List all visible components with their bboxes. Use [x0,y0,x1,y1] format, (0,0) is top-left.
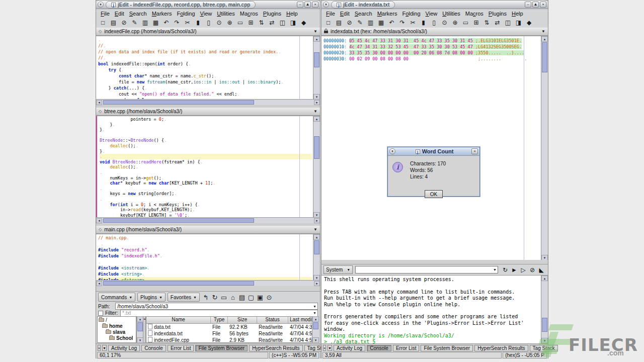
close-buffer-icon[interactable]: ⊘ [120,19,128,27]
table-row[interactable]: indexdata.txtFile56 bytesRead/write4/7/0… [146,330,312,337]
synchronize-icon[interactable]: ▤ [238,293,246,301]
window-menu-icon[interactable]: ▼ [323,2,329,8]
minimize-icon[interactable]: – [297,2,303,8]
buffer-switcher[interactable]: ◇ main.cpp (/home/slava/School/a3/) ▼ [96,226,320,234]
search-icon[interactable]: ⊙ [265,293,273,301]
close-dock-icon[interactable]: × [98,345,101,351]
chevron-down-icon[interactable]: ▼ [541,29,545,34]
print-icon[interactable]: ▥ [141,19,149,27]
menu-file[interactable]: File [324,11,338,17]
scrollbar-thumb[interactable] [103,281,254,286]
split-vertical-icon[interactable]: ⇅ [257,19,266,27]
select-marker-icon[interactable]: ▭ [461,19,470,27]
menu-help[interactable]: Help [509,11,526,17]
scroll-left-icon[interactable]: ◄ [96,218,102,223]
table-row[interactable]: data.txtFile92.2 KBRead/write4/7/04 4:30… [146,324,312,330]
cut-icon[interactable]: ✂ [409,19,417,27]
expand-folds-icon[interactable]: ⊞ [247,19,255,27]
filter-checkbox[interactable] [98,311,103,316]
table-row[interactable]: indexedFile.cppFile2.9 KBRead/write4/7/0… [146,337,312,343]
tree-item-School[interactable]: School [98,335,136,341]
scrollbar-thumb[interactable] [542,318,547,332]
menu-macros[interactable]: Macros [463,11,486,17]
shade-icon[interactable]: ▲ [304,2,311,8]
tree-item-root[interactable]: / [98,317,136,323]
scrollbar-thumb[interactable] [314,136,319,159]
edit-icon[interactable]: ✎ [356,19,364,27]
dock-tab-console[interactable]: Console [141,345,166,351]
copy-icon[interactable]: ▮ [419,19,428,27]
page-setup-icon[interactable]: ▦ [151,19,160,27]
dock-tab-tag-stack[interactable]: Tag Stack [530,345,558,351]
fsb-commands-button[interactable]: Commands▼ [98,293,135,302]
filter-input[interactable]: *.txt▼ [120,310,318,317]
chevron-down-icon[interactable]: ▼ [313,227,317,232]
path-input[interactable]: /home/slava/School/a3▼ [115,303,318,310]
scroll-left-icon[interactable]: ◄ [96,281,102,286]
fsb-favorites-button[interactable]: Favorites▼ [168,293,200,302]
menu-help[interactable]: Help [284,11,300,17]
buffer-options-icon[interactable]: ◨ [289,19,297,27]
open-icon[interactable]: ▤ [335,19,343,27]
copy-icon[interactable]: ▮ [194,19,202,27]
buffer-switcher[interactable]: ◇ btree.cpp (/home/slava/School/a3/) ▼ [96,108,320,116]
title-bar[interactable]: ▼ j jEdit - indexedFile.cpp, record.cpp,… [96,1,320,9]
dock-tab-console[interactable]: Console [367,345,391,351]
table-scrollbar[interactable]: ▲ ▼ [312,316,319,343]
vertical-scrollbar[interactable]: ▲ ▼ [313,116,320,218]
fsb-plugins-button[interactable]: Plugins▼ [137,293,166,302]
local-drives-icon[interactable]: ▭ [220,293,228,301]
menu-edit[interactable]: Edit [112,11,127,17]
paste-icon[interactable]: ▯ [430,19,438,27]
column-header-size[interactable]: Size [228,317,257,323]
scroll-right-icon[interactable]: ► [314,281,320,286]
editor-pane-indexedfile[interactable]: .//.// open data and index file (if it e… [96,36,320,100]
find-icon[interactable]: ⊙ [440,19,449,27]
close-dock-icon[interactable]: × [323,345,326,351]
find-next-icon[interactable]: ⊕ [225,19,234,27]
scrollbar-thumb[interactable] [314,240,319,254]
horizontal-scrollbar[interactable]: ◄ ► [96,99,320,105]
scrollbar-thumb[interactable] [103,218,254,223]
column-header-last-modified[interactable]: Last modified [288,317,312,323]
menu-view[interactable]: View [423,11,440,17]
column-header-name[interactable]: Name [146,317,211,323]
horizontal-scrollbar[interactable]: ◄ ► [96,217,320,223]
run-icon[interactable]: ► [510,266,519,274]
run-to-buffer-icon[interactable]: ▷ [519,266,528,274]
new-view-icon[interactable]: ◫ [278,19,287,27]
split-horizontal-icon[interactable]: ⇄ [493,19,502,27]
dock-tab-file-system-browser[interactable]: File System Browser [195,345,248,351]
print-icon[interactable]: ▥ [366,19,375,27]
fsb-directory-tree[interactable]: /homeslavaSchool [97,316,136,343]
scroll-down-icon[interactable]: ▼ [541,338,548,343]
chevron-down-icon[interactable]: ▼ [313,305,316,308]
clear-icon[interactable]: ◣ [537,266,546,274]
scroll-up-icon[interactable]: ▲ [541,276,548,281]
split-horizontal-icon[interactable]: ⇄ [268,19,276,27]
plugin-manager-icon[interactable]: ◆ [525,19,533,27]
dock-tab-hypersearch-results[interactable]: HyperSearch Results [249,345,302,351]
edit-icon[interactable]: ✎ [130,19,139,27]
buffer-switcher[interactable]: ◇ indexedFile.cpp (/home/slava/School/a3… [96,28,320,36]
menu-folding[interactable]: Folding [399,11,423,17]
chevron-down-icon[interactable]: ▼ [313,109,317,114]
scroll-left-icon[interactable]: ◄ [96,100,102,105]
reload-icon[interactable]: ↻ [211,293,219,301]
new-directory-icon[interactable]: ▣ [256,293,264,301]
new-file-icon[interactable]: □ [324,19,333,27]
tree-item-slava[interactable]: slava [98,329,136,335]
scroll-up-icon[interactable]: ▲ [312,316,319,322]
console-output[interactable]: This shell runs operating system process… [321,275,548,343]
tree-scrollbar[interactable]: ▲ ▼ [136,316,143,343]
scroll-up-icon[interactable]: ▲ [313,234,320,240]
menu-markers[interactable]: Markers [149,11,175,17]
column-header-status[interactable]: Status [257,317,288,323]
vertical-scrollbar[interactable]: ▲ ▼ [313,234,320,281]
redo-icon[interactable]: ↷ [398,19,407,27]
redo-icon[interactable]: ↷ [173,19,181,27]
select-marker-icon[interactable]: ▭ [236,19,245,27]
menu-view[interactable]: View [198,11,215,17]
scroll-right-icon[interactable]: ► [314,100,320,105]
plugin-manager-icon[interactable]: ◆ [299,19,308,27]
